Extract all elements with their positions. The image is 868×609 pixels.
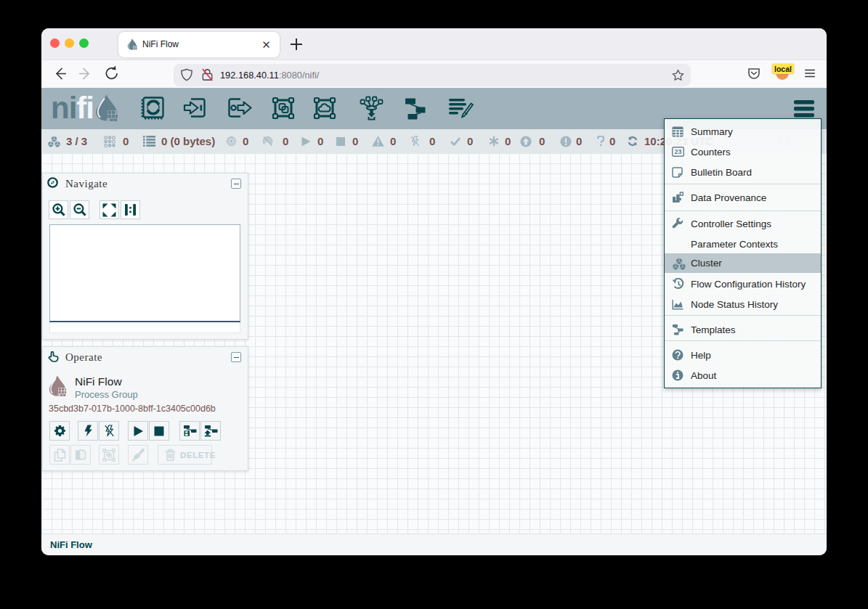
svg-text:23: 23 (674, 148, 681, 155)
